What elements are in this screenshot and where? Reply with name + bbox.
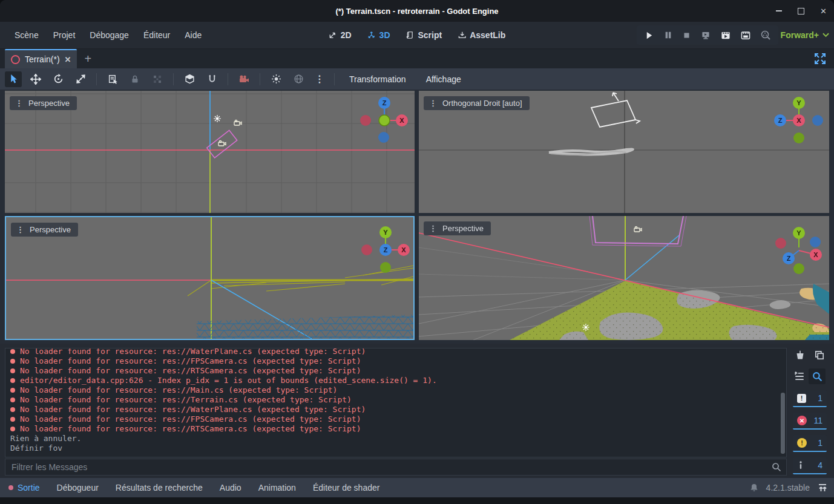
sun-settings-button[interactable] <box>268 71 284 87</box>
viewport-label: Perspective <box>442 224 484 233</box>
camera-frustum-wireframe <box>591 93 640 127</box>
svg-text:Y: Y <box>796 99 801 106</box>
godot-editor-window: (*) Terrain.tscn - retroterrain - Godot … <box>0 0 834 504</box>
menu-editor[interactable]: Éditeur <box>137 27 176 44</box>
bottom-tab-debugger[interactable]: Débogueur <box>48 483 107 493</box>
select-tool-button[interactable] <box>5 71 22 87</box>
title-bar: (*) Terrain.tscn - retroterrain - Godot … <box>0 0 834 22</box>
filter-messages-row <box>5 459 787 476</box>
close-tab-icon[interactable]: ✕ <box>65 55 71 64</box>
collapse-duplicates-button[interactable] <box>794 371 805 382</box>
lock-node-button[interactable] <box>126 71 143 87</box>
error-bullet-icon <box>10 427 15 431</box>
viewport-area: ⋮ Perspective <box>0 90 834 344</box>
play-scene-button[interactable] <box>721 31 731 40</box>
rotate-tool-button[interactable] <box>50 71 67 87</box>
log-line: No loader found for resource: res://Wate… <box>10 348 781 356</box>
workspace-assetlib-button[interactable]: AssetLib <box>458 30 505 40</box>
list-select-icon <box>108 74 118 84</box>
maximize-button[interactable] <box>798 8 804 15</box>
svg-text:Z: Z <box>384 246 388 254</box>
viewport-top-left[interactable]: ⋮ Perspective <box>5 91 415 213</box>
deprecated-filter-button[interactable]: ! 1 <box>793 390 827 407</box>
sun-env-more-button[interactable]: ⋮ <box>312 73 327 85</box>
viewport-label: Perspective <box>28 99 70 108</box>
bottom-tab-search-results[interactable]: Résultats de recherche <box>107 483 211 493</box>
workspace-script-button[interactable]: Script <box>406 30 442 40</box>
list-select-tool-button[interactable] <box>104 71 121 87</box>
viewport-bottom-right[interactable]: ⋮ Perspective <box>419 216 829 340</box>
2d-icon <box>329 31 337 39</box>
viewport-menu-bottom-right[interactable]: ⋮ Perspective <box>424 221 491 235</box>
move-panel-top-icon[interactable] <box>817 483 828 493</box>
error-bullet-icon <box>10 398 15 402</box>
search-log-button[interactable] <box>809 368 826 384</box>
notifications-bell-icon[interactable] <box>749 483 759 493</box>
toolbar-separator <box>173 73 174 85</box>
play-button[interactable] <box>645 31 654 40</box>
bottom-tab-shader-editor[interactable]: Éditeur de shader <box>304 483 389 493</box>
messages-filter-button[interactable]: 4 <box>793 457 827 474</box>
filter-messages-input[interactable] <box>5 462 772 472</box>
error-bullet-icon <box>10 368 15 373</box>
axis-navigation-gizmo: Y Z X <box>774 97 823 143</box>
error-bullet-icon <box>10 407 15 412</box>
bottom-tab-audio[interactable]: Audio <box>211 483 250 493</box>
move-tool-button[interactable] <box>27 71 44 87</box>
bottom-tab-animation[interactable]: Animation <box>250 483 304 493</box>
environment-settings-button[interactable] <box>290 71 307 87</box>
local-space-button[interactable] <box>181 71 198 87</box>
viewport-top-right[interactable]: ⋮ Orthogonal Droit [auto] <box>419 91 829 213</box>
log-scrollbar-thumb[interactable] <box>781 393 785 454</box>
menu-bar: Scène Projet Débogage Éditeur Aide 2D 3D… <box>0 22 834 49</box>
version-label[interactable]: 4.2.1.stable <box>766 483 810 493</box>
view-menu-button[interactable]: Affichage <box>419 74 468 84</box>
preview-camera-button[interactable] <box>235 71 252 87</box>
minimize-button[interactable] <box>776 10 782 11</box>
svg-text:X: X <box>813 251 818 258</box>
output-log[interactable]: No loader found for resource: res://Wate… <box>5 348 787 457</box>
workspace-3d-button[interactable]: 3D <box>367 30 390 40</box>
error-bullet-icon <box>10 417 15 422</box>
close-window-button[interactable]: ✕ <box>820 7 827 15</box>
viewport-menu-bottom-left[interactable]: ⋮ Perspective <box>11 223 78 237</box>
errors-filter-button[interactable]: ✕ 11 <box>793 413 827 430</box>
clear-output-button[interactable] <box>795 350 806 361</box>
viewport-menu-dots-icon: ⋮ <box>15 99 23 107</box>
menu-scene[interactable]: Scène <box>8 27 45 44</box>
viewport-menu-top-left[interactable]: ⋮ Perspective <box>10 96 77 110</box>
window-title: (*) Terrain.tscn - retroterrain - Godot … <box>335 7 498 16</box>
magnet-icon <box>207 74 217 84</box>
pause-button[interactable] <box>664 31 672 39</box>
viewport-menu-top-right[interactable]: ⋮ Orthogonal Droit [auto] <box>424 96 530 110</box>
movie-maker-button[interactable] <box>761 30 770 40</box>
workspace-2d-button[interactable]: 2D <box>329 30 352 40</box>
svg-text:X: X <box>796 117 801 124</box>
stop-button[interactable] <box>683 31 691 39</box>
output-status-dot <box>8 485 13 490</box>
group-node-button[interactable] <box>149 71 166 87</box>
log-line: Rien à annuler. <box>10 434 781 443</box>
renderer-selector[interactable]: Forward+ <box>781 22 829 48</box>
log-line: No loader found for resource: res://Wate… <box>10 405 781 414</box>
warnings-filter-button[interactable]: ! 1 <box>793 435 827 452</box>
scale-tool-button[interactable] <box>72 71 89 87</box>
viewport-bottom-left[interactable]: ⋮ Perspective <box>5 216 415 340</box>
scene-tab-terrain[interactable]: Terrain(*) ✕ <box>5 49 77 68</box>
bottom-tab-output[interactable]: Sortie <box>0 483 48 493</box>
play-remote-button[interactable] <box>701 31 711 40</box>
globe-icon <box>294 74 304 84</box>
log-line: No loader found for resource: res://Main… <box>10 385 781 395</box>
add-scene-tab-button[interactable]: + <box>84 50 91 68</box>
transform-menu-button[interactable]: Transformation <box>342 74 413 84</box>
copy-output-button[interactable] <box>814 350 825 361</box>
script-icon <box>406 31 415 39</box>
menu-debug[interactable]: Débogage <box>84 27 135 44</box>
menu-project[interactable]: Projet <box>47 27 82 44</box>
selected-camera-gizmo <box>207 130 237 157</box>
axis-navigation-gizmo: Z X <box>360 97 408 143</box>
snap-toggle-button[interactable] <box>203 71 220 87</box>
distraction-free-mode-button[interactable] <box>813 52 827 65</box>
menu-help[interactable]: Aide <box>179 27 208 44</box>
play-custom-scene-button[interactable] <box>741 31 750 40</box>
